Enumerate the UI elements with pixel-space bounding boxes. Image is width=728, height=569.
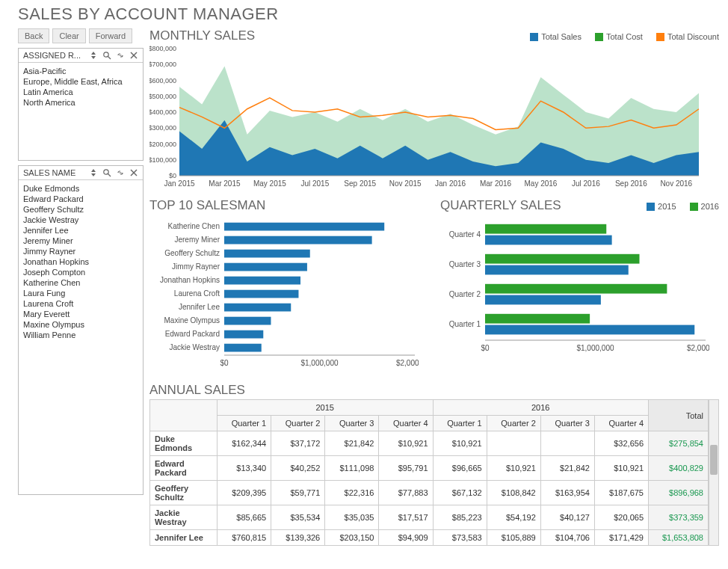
monthly-chart[interactable]: $0$100,000$200,000$300,000$400,000$500,0… xyxy=(149,45,703,191)
svg-text:$0: $0 xyxy=(481,344,490,352)
sales-item[interactable]: Mary Everett xyxy=(23,309,138,319)
page-title: SALES BY ACCOUNT MANAGER xyxy=(18,4,719,24)
region-item[interactable]: North America xyxy=(23,97,138,108)
annual-table[interactable]: 20152016TotalQuarter 1Quarter 2Quarter 3… xyxy=(149,399,709,546)
table-row[interactable]: Geoffery Schultz$209,395$59,771$22,316$7… xyxy=(150,481,709,505)
svg-text:$2,000,000: $2,000,000 xyxy=(687,344,709,352)
region-item[interactable]: Asia-Pacific xyxy=(23,66,138,76)
svg-rect-43 xyxy=(224,290,298,298)
close-icon[interactable] xyxy=(129,51,138,60)
svg-text:Jonathan Hopkins: Jonathan Hopkins xyxy=(160,276,220,284)
svg-text:Quarter 3: Quarter 3 xyxy=(449,260,481,268)
close-icon[interactable] xyxy=(129,168,138,177)
top10-title: TOP 10 SALESMAN xyxy=(149,198,428,213)
sales-item[interactable]: Geoffery Schultz xyxy=(23,204,138,215)
search-icon[interactable] xyxy=(102,168,111,177)
svg-text:$400,000: $400,000 xyxy=(149,108,176,116)
sales-item[interactable]: Laura Fung xyxy=(23,288,138,298)
svg-rect-35 xyxy=(224,236,372,244)
forward-button[interactable]: Forward xyxy=(89,28,132,43)
sales-item[interactable]: Maxine Olympus xyxy=(23,319,138,330)
table-row[interactable]: Jennifer Lee$760,815$139,326$203,150$94,… xyxy=(150,530,709,546)
svg-rect-47 xyxy=(224,317,271,325)
svg-rect-33 xyxy=(224,223,384,231)
svg-rect-41 xyxy=(224,277,300,285)
svg-text:$100,000: $100,000 xyxy=(149,156,176,164)
svg-text:$800,000: $800,000 xyxy=(149,45,176,52)
legend-item[interactable]: 2016 xyxy=(690,202,719,211)
legend-item[interactable]: Total Cost xyxy=(595,32,643,41)
svg-text:$300,000: $300,000 xyxy=(149,124,176,132)
svg-text:$700,000: $700,000 xyxy=(149,61,176,68)
svg-text:Jul 2015: Jul 2015 xyxy=(300,179,329,188)
svg-text:$0: $0 xyxy=(220,359,229,367)
svg-rect-39 xyxy=(224,263,307,271)
svg-text:Geoffery Schultz: Geoffery Schultz xyxy=(164,249,220,257)
svg-text:Quarter 2: Quarter 2 xyxy=(449,290,481,298)
sales-item[interactable]: Duke Edmonds xyxy=(23,183,138,194)
svg-text:$1,000,000: $1,000,000 xyxy=(300,359,338,367)
sales-item[interactable]: Jimmy Rayner xyxy=(23,246,138,256)
svg-text:Nov 2015: Nov 2015 xyxy=(389,179,422,188)
quarterly-legend: 20152016 xyxy=(647,202,719,211)
region-item[interactable]: Latin America xyxy=(23,87,138,97)
svg-rect-64 xyxy=(485,295,601,305)
sales-item[interactable]: Joseph Compton xyxy=(23,267,138,277)
sales-item[interactable]: Jackie Westray xyxy=(23,215,138,225)
svg-text:Jimmy Rayner: Jimmy Rayner xyxy=(172,262,220,271)
svg-text:May 2015: May 2015 xyxy=(253,179,286,188)
sort-icon[interactable] xyxy=(89,51,98,60)
table-scrollbar[interactable] xyxy=(709,399,719,546)
sort-icon[interactable] xyxy=(89,168,98,177)
clear-button[interactable]: Clear xyxy=(52,28,85,43)
svg-text:Jennifer Lee: Jennifer Lee xyxy=(179,303,220,311)
legend-item[interactable]: Total Discount xyxy=(656,32,719,41)
svg-text:Quarter 1: Quarter 1 xyxy=(449,320,481,328)
svg-rect-66 xyxy=(485,314,590,324)
region-item[interactable]: Europe, Middle East, Africa xyxy=(23,76,138,87)
regions-panel: ASSIGNED R... Asia-PacificEurope, Middle… xyxy=(18,48,144,161)
annual-title: ANNUAL SALES xyxy=(149,383,719,398)
quarterly-chart[interactable]: Quarter 4Quarter 3Quarter 2Quarter 1$0$1… xyxy=(440,215,709,360)
svg-text:Nov 2016: Nov 2016 xyxy=(660,179,692,188)
sales-item[interactable]: Jonathan Hopkins xyxy=(23,256,138,267)
sales-item[interactable]: Jennifer Lee xyxy=(23,225,138,236)
svg-rect-63 xyxy=(485,284,667,294)
legend-item[interactable]: Total Sales xyxy=(530,32,582,41)
table-row[interactable]: Jackie Westray$85,665$35,534$35,035$17,5… xyxy=(150,505,709,530)
svg-rect-57 xyxy=(485,224,606,234)
table-row[interactable]: Duke Edmonds$162,344$37,172$21,842$10,92… xyxy=(150,431,709,456)
sales-panel: SALES NAME Duke EdmondsEdward PackardGeo… xyxy=(18,165,144,495)
sales-item[interactable]: Laurena Croft xyxy=(23,298,138,309)
sales-item[interactable]: Katherine Chen xyxy=(23,277,138,288)
monthly-title: MONTHLY SALES xyxy=(149,28,255,43)
link-icon[interactable] xyxy=(116,51,125,60)
sales-item[interactable]: Jeremy Miner xyxy=(23,236,138,246)
svg-rect-45 xyxy=(224,304,291,312)
svg-rect-58 xyxy=(485,236,612,245)
monthly-legend: Total SalesTotal CostTotal Discount xyxy=(530,32,719,41)
back-button[interactable]: Back xyxy=(18,28,49,43)
svg-text:Quarter 4: Quarter 4 xyxy=(449,230,481,239)
svg-text:Jul 2016: Jul 2016 xyxy=(572,179,600,188)
svg-rect-60 xyxy=(485,254,640,264)
svg-text:Jan 2015: Jan 2015 xyxy=(164,179,195,188)
link-icon[interactable] xyxy=(116,168,125,177)
sales-item[interactable]: William Penne xyxy=(23,330,138,340)
svg-text:Sep 2016: Sep 2016 xyxy=(615,179,647,188)
svg-text:$0: $0 xyxy=(169,172,176,179)
legend-item[interactable]: 2015 xyxy=(647,202,676,211)
svg-line-5 xyxy=(108,174,111,177)
sales-item[interactable]: Edward Packard xyxy=(23,194,138,204)
svg-text:Laurena Croft: Laurena Croft xyxy=(174,289,220,298)
svg-rect-51 xyxy=(224,344,262,352)
svg-point-0 xyxy=(104,52,108,57)
top10-chart[interactable]: Katherine ChenJeremy MinerGeoffery Schul… xyxy=(149,215,419,375)
svg-text:$2,000,000: $2,000,000 xyxy=(396,359,419,367)
svg-text:May 2016: May 2016 xyxy=(525,179,558,188)
sales-panel-title: SALES NAME xyxy=(23,168,75,177)
svg-rect-67 xyxy=(485,325,694,335)
table-row[interactable]: Edward Packard$13,340$40,252$111,098$95,… xyxy=(150,456,709,481)
regions-panel-title: ASSIGNED R... xyxy=(23,51,81,60)
search-icon[interactable] xyxy=(102,51,111,60)
